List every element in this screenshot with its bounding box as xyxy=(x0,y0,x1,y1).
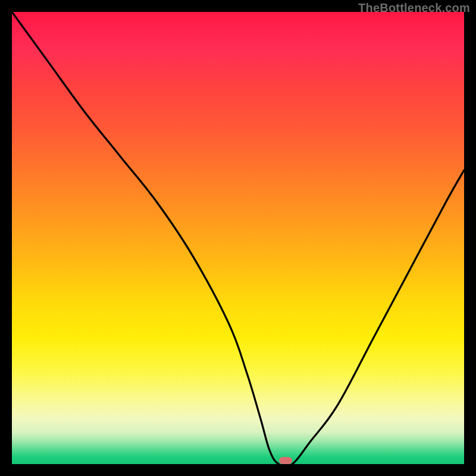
chart-container: TheBottleneck.com xyxy=(0,0,476,476)
optimal-marker xyxy=(279,457,292,464)
plot-area xyxy=(12,12,464,464)
bottleneck-curve xyxy=(12,12,464,466)
curve-svg xyxy=(12,12,464,464)
